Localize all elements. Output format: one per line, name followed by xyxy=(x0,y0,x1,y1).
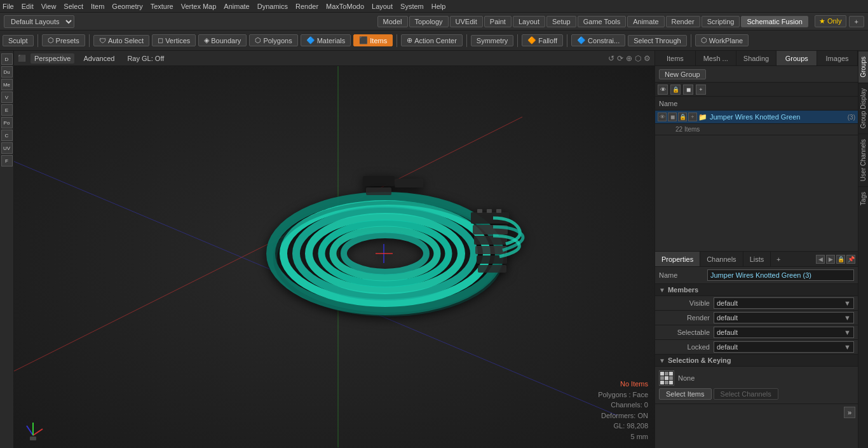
work-plane-button[interactable]: ⬡ WorkPlane xyxy=(695,34,749,46)
left-btn-po[interactable]: Po xyxy=(1,117,13,128)
presets-button[interactable]: ⬡ Presets xyxy=(42,34,85,46)
menu-texture[interactable]: Texture xyxy=(151,3,173,10)
vertices-button[interactable]: ◻ Vertices xyxy=(152,34,196,46)
viewport-icon-frame[interactable]: ⬡ xyxy=(635,54,641,63)
sculpt-button[interactable]: Sculpt xyxy=(3,35,34,46)
group-add-icon[interactable]: + xyxy=(688,112,697,121)
viewport-icon-settings[interactable]: ⚙ xyxy=(644,54,651,63)
falloff-button[interactable]: 🔶 Falloff xyxy=(522,34,563,46)
pp-tab-channels[interactable]: Channels xyxy=(700,252,743,266)
vtab-group-display[interactable]: Group Display xyxy=(858,83,869,133)
group-plus-icon[interactable]: + xyxy=(696,85,706,95)
layout-dropdown[interactable]: Default Layouts xyxy=(4,15,74,28)
menu-edit[interactable]: Edit xyxy=(22,3,34,10)
viewport-ray-gl[interactable]: Ray GL: Off xyxy=(123,53,168,64)
tab-topology[interactable]: Topology xyxy=(409,16,449,27)
menu-select[interactable]: Select xyxy=(64,3,83,10)
toolbar-sep-7 xyxy=(691,34,691,47)
rp-tab-groups[interactable]: Groups xyxy=(776,51,817,65)
pp-visible-dropdown[interactable]: default ▼ xyxy=(714,297,854,309)
menu-animate[interactable]: Animate xyxy=(224,3,249,10)
new-group-button[interactable]: New Group xyxy=(659,69,706,79)
pp-tab-lists[interactable]: Lists xyxy=(743,252,771,266)
menu-vertex-map[interactable]: Vertex Map xyxy=(181,3,217,10)
pp-selectable-dropdown[interactable]: default ▼ xyxy=(714,327,854,338)
pp-icon-pin[interactable]: 📌 xyxy=(846,255,855,264)
group-eye-icon[interactable]: 👁 xyxy=(658,85,668,95)
menu-maxtomodo[interactable]: MaxToModo xyxy=(326,3,364,10)
left-btn-f[interactable]: F xyxy=(1,155,13,166)
rp-tab-shading[interactable]: Shading xyxy=(736,51,777,65)
vtab-user-channels[interactable]: User Channels xyxy=(858,133,869,186)
menu-geometry[interactable]: Geometry xyxy=(112,3,142,10)
pp-locked-dropdown[interactable]: default ▼ xyxy=(714,341,854,353)
menu-render[interactable]: Render xyxy=(295,3,318,10)
vtab-tags[interactable]: Tags xyxy=(858,186,869,210)
viewport[interactable]: ⬛ Perspective Advanced Ray GL: Off ↺ ⟳ ⊕… xyxy=(14,51,654,448)
select-channels-button[interactable]: Select Channels xyxy=(714,388,778,400)
viewport-mode-perspective[interactable]: Perspective xyxy=(31,53,74,64)
select-through-button[interactable]: Select Through xyxy=(628,35,686,46)
pp-render-dropdown[interactable]: default ▼ xyxy=(714,312,854,323)
tab-animate[interactable]: Animate xyxy=(627,16,664,27)
viewport-canvas[interactable]: No Items Polygons : Face Channels: 0 Def… xyxy=(14,66,654,448)
vtab-groups[interactable]: Groups xyxy=(858,51,869,83)
boundary-button[interactable]: ◈ Boundary xyxy=(198,34,247,46)
group-render-eye[interactable]: ◼ xyxy=(668,112,677,121)
left-btn-me[interactable]: Me xyxy=(1,79,13,90)
group-lock-icon[interactable]: 🔒 xyxy=(670,85,681,95)
tab-game-tools[interactable]: Game Tools xyxy=(578,16,627,27)
left-btn-uv[interactable]: UV xyxy=(1,142,13,154)
menu-file[interactable]: File xyxy=(3,3,14,10)
pp-selection-section[interactable]: ▼ Selection & Keying xyxy=(655,355,858,367)
tab-paint[interactable]: Paint xyxy=(484,16,512,27)
materials-button[interactable]: 🔷 Materials xyxy=(301,34,351,46)
left-btn-2[interactable]: Du xyxy=(1,66,13,78)
viewport-shading-advanced[interactable]: Advanced xyxy=(79,53,118,64)
menu-help[interactable]: Help xyxy=(431,3,446,10)
tab-render[interactable]: Render xyxy=(666,16,700,27)
group-item-jumper[interactable]: 👁 ◼ 🔒 + 📁 Jumper Wires Knotted Green (3) xyxy=(655,111,858,124)
rp-tab-items[interactable]: Items xyxy=(655,51,696,65)
pp-icon-lock[interactable]: 🔒 xyxy=(836,255,845,264)
menu-dynamics[interactable]: Dynamics xyxy=(257,3,288,10)
left-btn-4[interactable]: E xyxy=(1,104,13,116)
viewport-icon-zoom[interactable]: ⊕ xyxy=(626,54,632,63)
rp-tab-images[interactable]: Images xyxy=(817,51,858,65)
group-lock-eye[interactable]: 🔒 xyxy=(678,112,687,121)
pp-tab-add[interactable]: + xyxy=(771,252,786,266)
group-visibility-eye[interactable]: 👁 xyxy=(658,112,667,121)
star-only-button[interactable]: ★ Only xyxy=(815,15,846,27)
polygons-button[interactable]: ⬡ Polygons xyxy=(249,34,297,46)
menu-item[interactable]: Item xyxy=(91,3,104,10)
rp-tab-mesh[interactable]: Mesh ... xyxy=(696,51,736,65)
pp-name-input[interactable] xyxy=(707,269,854,281)
menu-layout[interactable]: Layout xyxy=(372,3,393,10)
tab-layout[interactable]: Layout xyxy=(513,16,545,27)
select-items-button[interactable]: Select Items xyxy=(659,388,712,400)
viewport-icon-reset[interactable]: ⟳ xyxy=(617,54,623,63)
menu-system[interactable]: System xyxy=(400,3,424,10)
tab-scripting[interactable]: Scripting xyxy=(702,16,740,27)
pp-members-section[interactable]: ▼ Members xyxy=(655,284,858,296)
left-btn-1[interactable]: D xyxy=(1,53,13,65)
add-layout-tab[interactable]: + xyxy=(849,16,864,27)
tab-model[interactable]: Model xyxy=(377,16,408,27)
left-btn-3[interactable]: V xyxy=(1,92,13,103)
tab-setup[interactable]: Setup xyxy=(546,16,576,27)
menu-view[interactable]: View xyxy=(41,3,57,10)
tab-schematic-fusion[interactable]: Schematic Fusion xyxy=(741,16,808,27)
left-btn-c[interactable]: C xyxy=(1,130,13,141)
group-render-icon[interactable]: ◼ xyxy=(683,85,693,95)
tab-uvedit[interactable]: UVEdit xyxy=(450,16,483,27)
constraints-button[interactable]: 🔷 Constrai... xyxy=(571,34,625,46)
pp-tab-properties[interactable]: Properties xyxy=(655,252,700,266)
viewport-icon-rotate[interactable]: ↺ xyxy=(608,54,614,63)
pp-icon-1[interactable]: ◀ xyxy=(816,255,825,264)
symmetry-button[interactable]: Symmetry xyxy=(471,35,514,46)
action-center-button[interactable]: ⊕ Action Center xyxy=(401,34,463,46)
items-button[interactable]: ⬛ Items xyxy=(353,34,393,46)
pp-expand-button[interactable]: » xyxy=(844,407,855,418)
auto-select-button[interactable]: 🛡 Auto Select xyxy=(93,35,149,46)
pp-icon-2[interactable]: ▶ xyxy=(826,255,835,264)
